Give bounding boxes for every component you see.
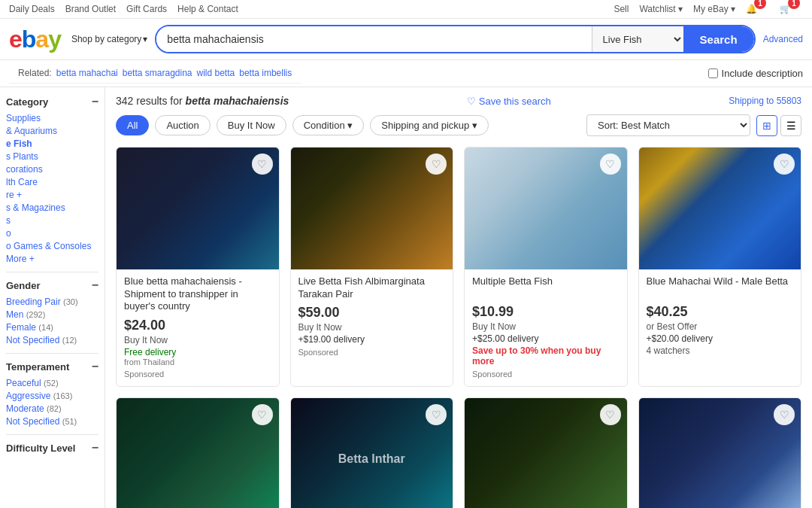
- filter-buy-it-now-button[interactable]: Buy It Now: [217, 115, 286, 135]
- sidebar-temperament-section: Temperament − Peaceful (52) Aggressive (…: [6, 360, 98, 427]
- product-card-1[interactable]: ♡ Blue betta mahachaiensis - Shipment to…: [116, 147, 280, 387]
- wishlist-button-8[interactable]: ♡: [774, 404, 795, 425]
- results-count-text: 342 results for betta mahachaiensis: [116, 95, 289, 107]
- sidebar-item-aquariums[interactable]: & Aquariums: [6, 126, 98, 136]
- sidebar-category-collapse[interactable]: −: [92, 95, 98, 108]
- sidebar-item-o[interactable]: o: [6, 228, 98, 239]
- filter-bar: All Auction Buy It Now Condition ▾ Shipp…: [116, 114, 801, 136]
- sidebar-temp-not-specified[interactable]: Not Specified (51): [6, 416, 98, 427]
- filter-all-button[interactable]: All: [116, 115, 149, 135]
- search-category-select[interactable]: Live Fish All Categories: [592, 26, 683, 52]
- sidebar-difficulty-collapse[interactable]: −: [92, 441, 98, 455]
- sell-link[interactable]: Sell: [614, 4, 629, 14]
- wishlist-button-2[interactable]: ♡: [426, 154, 447, 175]
- sidebar-item-health-care[interactable]: lth Care: [6, 177, 98, 187]
- sidebar-item-plants[interactable]: s Plants: [6, 151, 98, 162]
- filter-auction-button[interactable]: Auction: [155, 115, 210, 135]
- help-contact-link[interactable]: Help & Contact: [177, 4, 238, 14]
- wishlist-button-5[interactable]: ♡: [252, 404, 273, 425]
- grid-toggle: ⊞ ☰: [756, 115, 801, 136]
- filter-shipping-pickup-button[interactable]: Shipping and pickup ▾: [370, 115, 489, 135]
- product-sponsored: Sponsored: [124, 370, 271, 379]
- product-watchers: 4 watchers: [647, 345, 794, 356]
- top-navigation: Daily Deals Brand Outlet Gift Cards Help…: [0, 0, 812, 19]
- results-count-area: 342 results for betta mahachaiensis: [116, 95, 289, 107]
- brand-outlet-link[interactable]: Brand Outlet: [65, 4, 116, 14]
- product-delivery-2: +$19.00 delivery: [298, 334, 446, 345]
- product-card-7[interactable]: ♡ Wild Betta - Rare Species $22.00 Buy I…: [464, 397, 628, 508]
- sidebar-gender-female[interactable]: Female (14): [6, 322, 98, 333]
- product-from-1: from Thailand: [124, 357, 271, 367]
- gift-cards-link[interactable]: Gift Cards: [126, 4, 167, 14]
- related-betta-mahachai[interactable]: betta mahachai: [56, 68, 118, 78]
- sidebar-temperament-collapse[interactable]: −: [92, 360, 98, 373]
- watchlist-link[interactable]: Watchlist ▾: [639, 4, 683, 14]
- related-wild-betta[interactable]: wild betta: [197, 68, 235, 78]
- wishlist-button-1[interactable]: ♡: [252, 154, 273, 175]
- sidebar-item-live-fish[interactable]: e Fish: [6, 138, 98, 149]
- ebay-logo: ebay: [9, 26, 61, 53]
- sort-select[interactable]: Sort: Best Match Price + Shipping: Lowes…: [586, 114, 750, 136]
- filter-condition-button[interactable]: Condition ▾: [292, 115, 365, 135]
- list-view-button[interactable]: ☰: [780, 115, 801, 136]
- wishlist-button-7[interactable]: ♡: [600, 404, 621, 425]
- product-image-2: ♡: [291, 148, 453, 269]
- search-input[interactable]: [156, 26, 591, 52]
- cart-icon[interactable]: 🛒1: [780, 3, 803, 15]
- top-nav-right: Sell Watchlist ▾ My eBay ▾ 🔔1 🛒1: [614, 3, 803, 15]
- zip-code-link[interactable]: 55803: [777, 96, 801, 106]
- product-card-6[interactable]: Betta Inthar ♡ Betta Inthai - Live Betta…: [290, 397, 454, 508]
- save-search-button[interactable]: ♡ Save this search: [467, 96, 551, 107]
- shop-by-category-button[interactable]: Shop by category ▾: [71, 34, 147, 44]
- product-grid: ♡ Blue betta mahachaiensis - Shipment to…: [116, 147, 801, 508]
- sidebar-item-decorations[interactable]: corations: [6, 164, 98, 175]
- sidebar-item-supplies[interactable]: Supplies: [6, 113, 98, 123]
- product-buy-type-2: Buy It Now: [298, 322, 446, 333]
- product-image-1: ♡: [117, 148, 279, 269]
- product-info-1: Blue betta mahachaiensis - Shipment to t…: [117, 269, 279, 387]
- sidebar-item-more1[interactable]: re +: [6, 190, 98, 200]
- sidebar-item-books-magazines[interactable]: s & Magazines: [6, 202, 98, 213]
- sidebar-gender-title: Gender −: [6, 278, 98, 292]
- sidebar-gender-men[interactable]: Men (292): [6, 309, 98, 320]
- product-title-4: Blue Mahachai Wild - Male Betta: [647, 275, 794, 300]
- wishlist-button-4[interactable]: ♡: [774, 154, 795, 175]
- related-betta-smaragdina[interactable]: betta smaragdina: [123, 68, 192, 78]
- filter-right-controls: Sort: Best Match Price + Shipping: Lowes…: [586, 114, 801, 136]
- product-card-5[interactable]: ♡ Betta Fish - Wild Type $18.50 Buy It N…: [116, 397, 280, 508]
- product-image-7: ♡: [465, 398, 627, 508]
- advanced-search-link[interactable]: Advanced: [763, 34, 803, 44]
- sidebar-gender-not-specified[interactable]: Not Specified (12): [6, 335, 98, 345]
- sidebar-item-games-consoles[interactable]: o Games & Consoles: [6, 241, 98, 251]
- product-delivery-4: +$20.00 delivery: [647, 333, 794, 344]
- sidebar-temperament-title: Temperament −: [6, 360, 98, 373]
- myebay-link[interactable]: My eBay ▾: [693, 4, 735, 14]
- product-card-3[interactable]: ♡ Multiple Betta Fish $10.99 Buy It Now …: [464, 147, 628, 387]
- notification-bell[interactable]: 🔔1: [746, 3, 769, 15]
- product-card-2[interactable]: ♡ Live Betta Fish Albimarginata Tarakan …: [290, 147, 454, 387]
- sidebar-temp-moderate[interactable]: Moderate (82): [6, 403, 98, 414]
- sidebar-gender-collapse[interactable]: −: [92, 278, 98, 292]
- top-nav-left: Daily Deals Brand Outlet Gift Cards Help…: [9, 4, 238, 14]
- product-card-4[interactable]: ♡ Blue Mahachai Wild - Male Betta $40.25…: [638, 147, 802, 387]
- sidebar-gender-breeding-pair[interactable]: Breeding Pair (30): [6, 297, 98, 307]
- daily-deals-link[interactable]: Daily Deals: [9, 4, 55, 14]
- search-button[interactable]: Search: [683, 26, 754, 52]
- sidebar-more-categories[interactable]: More +: [6, 254, 98, 264]
- main-layout: Category − Supplies & Aquariums e Fish s…: [0, 87, 812, 508]
- product-card-8[interactable]: ♡ Blue Halfmoon Betta - Premium Quality …: [638, 397, 802, 508]
- related-searches: Related: betta mahachai betta smaragdina…: [9, 63, 301, 84]
- related-betta-imbellis[interactable]: betta imbellis: [239, 68, 292, 78]
- product-price-3: $10.99: [472, 304, 620, 320]
- wishlist-button-3[interactable]: ♡: [600, 154, 621, 175]
- product-price-4: $40.25: [647, 304, 794, 320]
- product-image-8: ♡: [639, 398, 801, 508]
- product-sponsored: Sponsored: [298, 348, 446, 357]
- wishlist-button-6[interactable]: ♡: [426, 404, 447, 425]
- sidebar-temp-aggressive[interactable]: Aggressive (163): [6, 391, 98, 401]
- grid-view-button[interactable]: ⊞: [756, 115, 777, 136]
- sidebar-temp-peaceful[interactable]: Peaceful (52): [6, 378, 98, 388]
- search-form: Live Fish All Categories Search: [155, 25, 755, 53]
- sidebar-item-s[interactable]: s: [6, 215, 98, 226]
- include-description-checkbox[interactable]: [708, 68, 718, 78]
